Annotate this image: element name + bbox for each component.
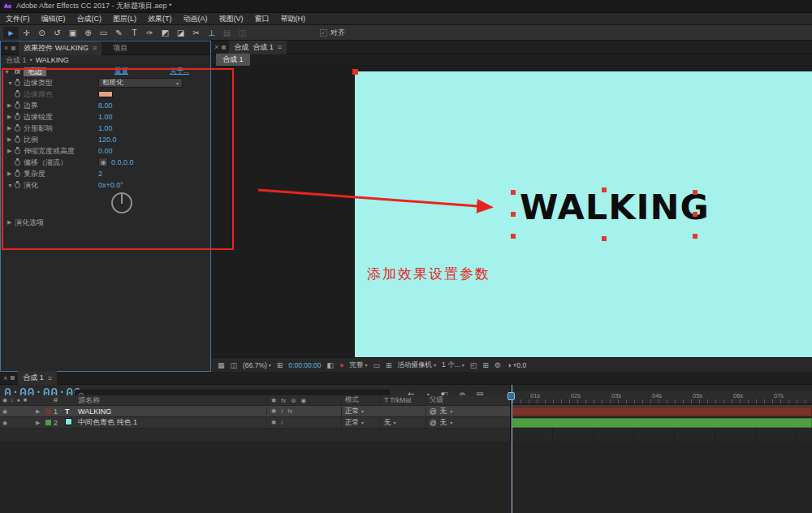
puppet-pin-tool-icon[interactable]: ⊥ xyxy=(204,27,219,39)
layer-duration-bar-walking[interactable] xyxy=(512,407,812,416)
selection-handle[interactable] xyxy=(693,212,698,217)
selection-handle[interactable] xyxy=(602,188,607,192)
pickwhip-icon[interactable]: @ xyxy=(430,419,437,427)
type-tool-icon[interactable]: T xyxy=(127,27,142,39)
tab-effect-controls[interactable]: 效果控件 WALKING ≡ xyxy=(19,41,102,55)
close-icon[interactable]: × xyxy=(3,374,7,382)
tab-composition[interactable]: 合成 合成 1 ≡ xyxy=(229,41,287,54)
transparency-grid-icon[interactable]: ⊞ xyxy=(386,361,392,369)
current-time-indicator-line[interactable] xyxy=(512,385,512,513)
slash-icon[interactable]: / xyxy=(281,419,283,426)
time-ruler[interactable]: 01s 02s 03s 04s 05s 06s 07s xyxy=(511,391,812,404)
pickwhip-icon[interactable]: @ xyxy=(430,407,437,416)
exposure-control[interactable]: ◑ +0.0 xyxy=(507,361,526,369)
layer-name[interactable]: 中间色青色 纯色 1 xyxy=(78,417,266,428)
panel-lock-icon[interactable] xyxy=(11,46,15,50)
safe-zones-icon[interactable]: ⊞ xyxy=(277,361,283,369)
view-grid-icon[interactable]: ▦ xyxy=(218,361,225,369)
selection-handle[interactable] xyxy=(693,234,698,239)
brush-tool-icon[interactable]: ✑ xyxy=(142,27,158,39)
after-effects-window: Ae Adobe After Effects CC 2017 - 无标题项目.a… xyxy=(0,0,812,513)
view-layout-dropdown[interactable]: 1 个... ▾ xyxy=(442,360,464,370)
monitor-icon[interactable]: ◫ xyxy=(231,361,238,369)
source-name-column-header[interactable]: 源名称 xyxy=(78,395,266,406)
snap-checkbox[interactable]: ✓ xyxy=(320,29,327,37)
menu-animation[interactable]: 动画(A) xyxy=(178,14,214,24)
panel-menu-icon[interactable]: ≡ xyxy=(48,374,52,382)
selection-handle[interactable] xyxy=(511,190,516,195)
snapshot-icon[interactable]: ◧ xyxy=(327,361,335,369)
tab-project[interactable]: 项目 xyxy=(105,43,136,54)
eye-icon[interactable]: ◉ xyxy=(2,408,7,415)
label-chip[interactable] xyxy=(45,407,54,416)
menu-edit[interactable]: 编辑(E) xyxy=(36,14,71,24)
zoom-tool-icon[interactable]: ⊙ xyxy=(34,27,50,39)
fast-preview-icon[interactable]: ⊞ xyxy=(482,361,489,369)
quality-icon[interactable]: ✱ xyxy=(271,407,276,415)
magnification-dropdown[interactable]: (66.7%) ▾ xyxy=(243,361,271,369)
mode-dropdown[interactable]: 正常 ▾ xyxy=(341,418,380,428)
menu-layer[interactable]: 图层(L) xyxy=(107,14,142,24)
selection-tool-icon[interactable]: ► xyxy=(3,27,19,39)
pan-behind-tool-icon[interactable]: ⊕ xyxy=(80,27,96,39)
menu-window[interactable]: 窗口 xyxy=(249,14,275,24)
close-icon[interactable]: × xyxy=(214,43,218,51)
mode-dropdown[interactable]: 正常 ▾ xyxy=(341,407,380,416)
show-channel-icon[interactable]: ● xyxy=(339,361,343,369)
selection-handle[interactable] xyxy=(693,190,698,195)
parent-dropdown[interactable]: @ 无 ▾ xyxy=(425,407,510,416)
parent-dropdown[interactable]: @ 无 ▾ xyxy=(425,418,510,428)
layer-row-walking[interactable]: ◉ ▶ 1 T WALKING ✱ / fx 正常 ▾ @ 无 ▾ xyxy=(0,406,510,417)
panel-menu-icon[interactable]: ≡ xyxy=(278,43,282,51)
gear-icon[interactable]: ⚙ xyxy=(495,361,501,369)
menu-composition[interactable]: 合成(C) xyxy=(71,14,108,24)
fx-icon[interactable]: fx xyxy=(287,407,292,415)
slash-icon[interactable]: / xyxy=(281,407,283,415)
clone-stamp-tool-icon[interactable]: ◩ xyxy=(158,27,173,39)
panel-menu-icon[interactable]: ≡ xyxy=(93,44,97,52)
mode-column-header[interactable]: 模式 xyxy=(341,395,380,405)
tab-timeline-comp[interactable]: 合成 1 ≡ xyxy=(18,371,57,385)
close-icon[interactable]: × xyxy=(4,44,8,52)
parent-column-header[interactable]: 父级 xyxy=(425,395,510,405)
trkmat-dropdown[interactable]: 无 ▾ xyxy=(380,418,425,428)
eraser-tool-icon[interactable]: ◪ xyxy=(173,27,188,39)
active-comp-chip[interactable]: 合成 1 xyxy=(216,54,250,66)
expand-twirl-icon[interactable]: ▶ xyxy=(36,408,45,415)
pixel-aspect-icon[interactable]: ◰ xyxy=(470,361,477,369)
exposure-value: +0.0 xyxy=(512,361,526,369)
camera-dropdown[interactable]: 活动摄像机 ▾ xyxy=(398,360,437,370)
preview-timecode[interactable]: 0:00:00:00 xyxy=(288,361,321,369)
expand-twirl-icon[interactable]: ▶ xyxy=(36,420,45,426)
current-time-indicator-handle[interactable] xyxy=(508,392,515,400)
layer-duration-bar-solid[interactable] xyxy=(512,418,812,428)
layer-row-solid[interactable]: ◉ ▶ 2 中间色青色 纯色 1 ✱ / 正常 ▾ 无 ▾ @ 无 ▾ xyxy=(0,417,510,429)
hand-tool-icon[interactable]: ✛ xyxy=(19,27,34,39)
selection-handle[interactable] xyxy=(511,212,516,217)
pen-tool-icon[interactable]: ✎ xyxy=(111,27,127,39)
selection-handle[interactable] xyxy=(511,234,516,239)
rotation-tool-icon[interactable]: ↺ xyxy=(50,27,65,39)
menu-file[interactable]: 文件(F) xyxy=(0,14,36,24)
breadcrumb-comp[interactable]: 合成 1 xyxy=(6,55,27,66)
composition-viewer[interactable]: WALKING xyxy=(211,66,812,357)
quality-icon[interactable]: ✱ xyxy=(271,419,276,426)
panel-lock-icon[interactable] xyxy=(222,45,226,50)
resolution-dropdown[interactable]: 完整 ▾ xyxy=(350,360,368,370)
selection-handle[interactable] xyxy=(602,236,607,241)
label-chip[interactable] xyxy=(45,419,54,427)
region-of-interest-icon[interactable]: ▭ xyxy=(374,361,381,369)
menu-help[interactable]: 帮助(H) xyxy=(275,14,312,24)
eye-icon[interactable]: ◉ xyxy=(2,420,7,426)
camera-tool-icon[interactable]: ▣ xyxy=(65,27,80,39)
walking-text-layer[interactable]: WALKING xyxy=(520,187,710,227)
menu-effect[interactable]: 效果(T) xyxy=(142,14,178,24)
panel-lock-icon[interactable] xyxy=(11,376,15,380)
roto-brush-tool-icon[interactable]: ✂ xyxy=(188,27,204,39)
menu-view[interactable]: 视图(V) xyxy=(214,14,249,24)
shape-tool-icon[interactable]: ▭ xyxy=(96,27,111,39)
composition-canvas[interactable]: WALKING xyxy=(355,71,812,357)
trkmat-column-header[interactable]: T TrkMat xyxy=(380,396,425,404)
layer-name[interactable]: WALKING xyxy=(78,407,266,416)
timeline-graph-area[interactable]: 01s 02s 03s 04s 05s 06s 07s xyxy=(510,385,812,442)
